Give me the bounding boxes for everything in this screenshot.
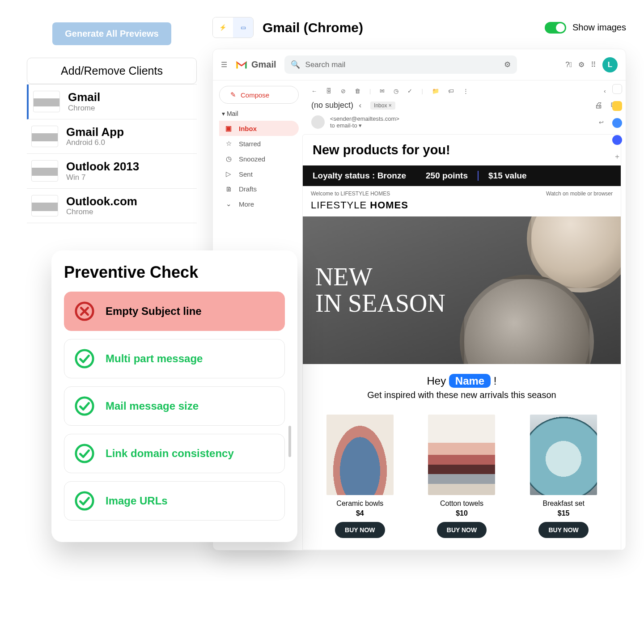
delete-icon[interactable]: 🗑: [355, 88, 360, 94]
menu-icon[interactable]: ☰: [221, 60, 227, 69]
check-circle-icon: [74, 491, 95, 511]
product-name: Ceramic bowls: [324, 500, 396, 508]
contacts-icon[interactable]: [612, 135, 622, 145]
tune-icon[interactable]: ⚙: [504, 60, 511, 69]
move-icon[interactable]: 📁: [432, 88, 439, 94]
settings-icon[interactable]: ⚙: [578, 60, 585, 69]
client-thumbnail: [31, 195, 58, 216]
client-item-outlook-2013[interactable]: Outlook 2013 Win 7: [27, 154, 197, 189]
apps-icon[interactable]: ⠿: [591, 60, 596, 69]
search-icon: 🔍: [291, 60, 300, 69]
recipient-line[interactable]: to email-to ▾: [330, 122, 399, 129]
loyalty-points: 250 points: [426, 171, 468, 181]
nav-snoozed[interactable]: ◷Snoozed: [219, 151, 299, 166]
sender-address: <sender@emailtests.com>: [330, 115, 399, 122]
snooze-icon[interactable]: ◷: [394, 88, 398, 94]
desktop-mode-button[interactable]: ▭: [233, 17, 253, 38]
message-subject: (no subject): [311, 101, 353, 110]
nav-inbox[interactable]: ▣Inbox: [219, 121, 299, 136]
nav-section-mail[interactable]: ▾ Mail: [222, 110, 299, 117]
calendar-icon[interactable]: [612, 84, 622, 94]
client-list: Gmail Chrome Gmail App Android 6.0 Outlo…: [27, 84, 197, 223]
archive-icon[interactable]: 🗄: [326, 88, 332, 94]
spam-icon[interactable]: ⊘: [341, 88, 346, 94]
check-item-ok[interactable]: Link domain consistency: [64, 434, 285, 473]
message-subject-row: (no subject) ⌄ Inbox × 🖨 ⧉: [302, 101, 626, 113]
label-chip[interactable]: Inbox ×: [370, 102, 395, 110]
task-icon[interactable]: ✓: [407, 88, 412, 94]
check-label: Image URLs: [106, 495, 168, 507]
generate-previews-button[interactable]: Generate All Previews: [52, 22, 171, 45]
hero-text: NEW IN SEASON: [315, 264, 445, 317]
check-item-ok[interactable]: Multi part message: [64, 339, 285, 378]
loyalty-value: $15 value: [488, 171, 527, 181]
account-avatar[interactable]: L: [602, 57, 618, 72]
more-icon[interactable]: ⋮: [463, 88, 469, 94]
buy-now-button[interactable]: BUY NOW: [437, 522, 487, 538]
nav-drafts[interactable]: 🗎Drafts: [219, 182, 299, 196]
show-images-toggle[interactable]: [545, 22, 566, 34]
preview-title: Gmail (Chrome): [263, 20, 363, 35]
svg-point-2: [76, 398, 93, 415]
clock-icon: ◷: [225, 155, 233, 163]
svg-point-4: [76, 492, 93, 509]
watch-link[interactable]: Watch on mobile or browser: [546, 191, 613, 197]
merge-tag-name: Name: [449, 374, 491, 388]
product-image: [326, 415, 394, 495]
product-card: Ceramic bowls $4 BUY NOW: [324, 415, 396, 538]
nav-more[interactable]: ⌄More: [219, 196, 299, 212]
prev-icon[interactable]: ‹: [604, 88, 606, 94]
greeting: Hey Name !: [303, 364, 621, 390]
show-images-label: Show images: [572, 22, 626, 33]
label-icon[interactable]: 🏷: [448, 88, 454, 94]
client-sub: Win 7: [66, 173, 139, 182]
check-label: Mail message size: [106, 400, 199, 412]
nav-sent[interactable]: ▷Sent: [219, 166, 299, 182]
print-icon[interactable]: 🖨: [595, 101, 603, 110]
compose-button[interactable]: ✎ Compose: [219, 86, 299, 104]
check-item-ok[interactable]: Mail message size: [64, 386, 285, 426]
scrollbar[interactable]: [288, 300, 291, 529]
client-item-gmail[interactable]: Gmail Chrome: [27, 85, 197, 119]
product-price: $4: [324, 509, 396, 517]
check-label: Multi part message: [106, 352, 203, 365]
desktop-icon: ▭: [241, 24, 246, 31]
show-images-control: Show images: [545, 22, 626, 34]
check-item-ok[interactable]: Image URLs: [64, 481, 285, 521]
important-icon[interactable]: ⌄: [358, 102, 366, 110]
buy-now-button[interactable]: BUY NOW: [538, 522, 588, 538]
error-circle-icon: [74, 301, 95, 322]
client-item-outlook-com[interactable]: Outlook.com Chrome: [27, 189, 197, 224]
client-item-gmail-app[interactable]: Gmail App Android 6.0: [27, 119, 197, 154]
reply-icon[interactable]: ↩: [599, 119, 604, 126]
help-icon[interactable]: ?⃝: [565, 61, 572, 69]
separator: [478, 171, 479, 181]
back-icon[interactable]: ←: [311, 88, 317, 94]
product-name: Breakfast set: [528, 500, 599, 508]
loyalty-status: Loyalty status : Bronze: [313, 171, 406, 181]
check-label: Empty Subject line: [106, 305, 202, 318]
check-circle-icon: [74, 443, 95, 464]
keep-icon[interactable]: [612, 101, 622, 111]
email-meta: Welcome to LIFESTYLE HOMES Watch on mobi…: [303, 186, 621, 197]
search-mail-input[interactable]: 🔍 Search mail ⚙: [284, 55, 517, 74]
amp-mode-button[interactable]: ⚡: [213, 17, 233, 38]
product-image: [530, 415, 597, 495]
client-name: Gmail App: [66, 126, 124, 139]
lightning-icon: ⚡: [219, 24, 227, 31]
sender-avatar: [311, 115, 325, 129]
client-name: Outlook 2013: [66, 160, 139, 173]
check-item-error[interactable]: Empty Subject line: [64, 292, 285, 331]
add-icon[interactable]: ＋: [612, 152, 622, 161]
add-remove-clients-button[interactable]: Add/Remove Clients: [27, 58, 197, 84]
tasks-icon[interactable]: [612, 118, 622, 128]
product-grid: Ceramic bowls $4 BUY NOW Cotton towels $…: [303, 410, 621, 550]
buy-now-button[interactable]: BUY NOW: [335, 522, 385, 538]
client-sub: Chrome: [68, 104, 100, 113]
right-header: ⚡ ▭ Gmail (Chrome) Show images: [212, 17, 626, 38]
unread-icon[interactable]: ✉: [380, 88, 385, 94]
sent-icon: ▷: [225, 170, 233, 178]
client-thumbnail: [33, 91, 60, 112]
client-thumbnail: [31, 126, 58, 147]
nav-starred[interactable]: ☆Starred: [219, 136, 299, 151]
